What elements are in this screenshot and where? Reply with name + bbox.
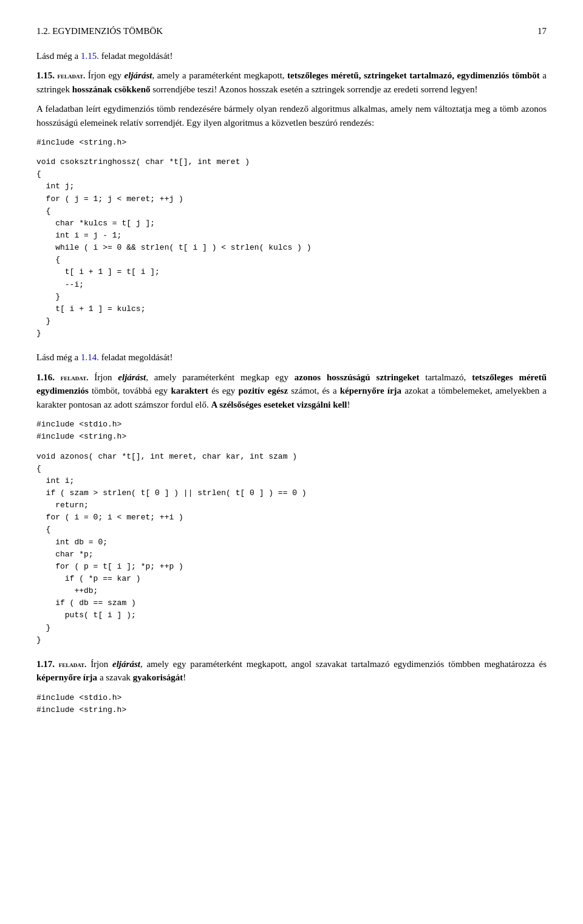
link-1-15[interactable]: 1.15. [81,51,99,61]
feladat-1-15: 1.15. feladat. Írjon egy eljárást, amely… [36,69,547,340]
code-1-17-includes: #include <stdio.h> #include <string.h> [36,692,547,716]
code-1-17-includes-text: #include <stdio.h> #include <string.h> [36,692,547,716]
feladat-1-16-label: 1.16. [36,372,61,382]
feladat-1-17-label: 1.17. [36,659,59,669]
feladat-1-15-text: 1.15. feladat. Írjon egy eljárást, amely… [36,69,547,96]
code-1-16-includes-text: #include <stdio.h> #include <string.h> [36,419,547,443]
feladat-1-17: 1.17. feladat. Írjon eljárást, amely egy… [36,657,547,716]
code-1-15-include: #include <string.h> [36,137,547,149]
feladat-1-17-text: 1.17. feladat. Írjon eljárást, amely egy… [36,657,547,685]
link-1-14[interactable]: 1.14. [81,352,99,362]
code-1-15-body: void csoksztringhossz( char *t[], int me… [36,156,547,340]
code-include-string-h: #include <string.h> [36,137,547,149]
feladat-1-15-desc: A feladatban leírt egydimenziós tömb ren… [36,102,547,129]
feladat-1-16-text: 1.16. feladat. Írjon eljárást, amely par… [36,371,547,412]
code-1-16-includes: #include <stdio.h> #include <string.h> [36,419,547,443]
feladat-1-16: 1.16. feladat. Írjon eljárást, amely par… [36,371,547,646]
lasd-meg-1: Lásd még a 1.15. feladat megoldását! [36,49,547,63]
code-1-16-body: void azonos( char *t[], int meret, char … [36,451,547,646]
page-header: 1.2. EGYDIMENZIÓS TÖMBÖK 17 [36,24,547,38]
page-number: 17 [537,24,547,38]
feladat-1-15-label: 1.15. [36,70,58,80]
lasd-meg-2: Lásd még a 1.14. feladat megoldását! [36,351,547,364]
chapter-title: 1.2. EGYDIMENZIÓS TÖMBÖK [36,24,163,38]
